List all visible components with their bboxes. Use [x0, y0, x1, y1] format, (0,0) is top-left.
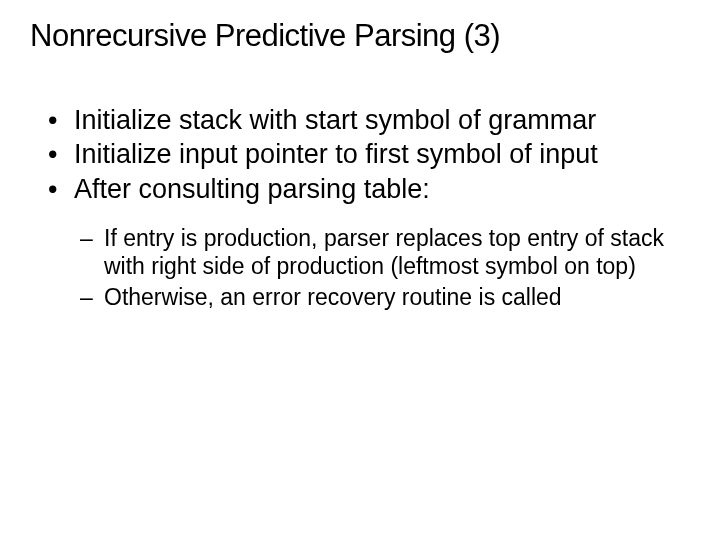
list-item: After consulting parsing table: — [30, 173, 690, 205]
main-bullet-list: Initialize stack with start symbol of gr… — [30, 104, 690, 205]
list-item: Initialize input pointer to first symbol… — [30, 138, 690, 170]
list-item: Otherwise, an error recovery routine is … — [30, 284, 690, 312]
list-item: Initialize stack with start symbol of gr… — [30, 104, 690, 136]
list-item: If entry is production, parser replaces … — [30, 225, 690, 280]
sub-bullet-list: If entry is production, parser replaces … — [30, 225, 690, 312]
slide-title: Nonrecursive Predictive Parsing (3) — [30, 18, 690, 54]
